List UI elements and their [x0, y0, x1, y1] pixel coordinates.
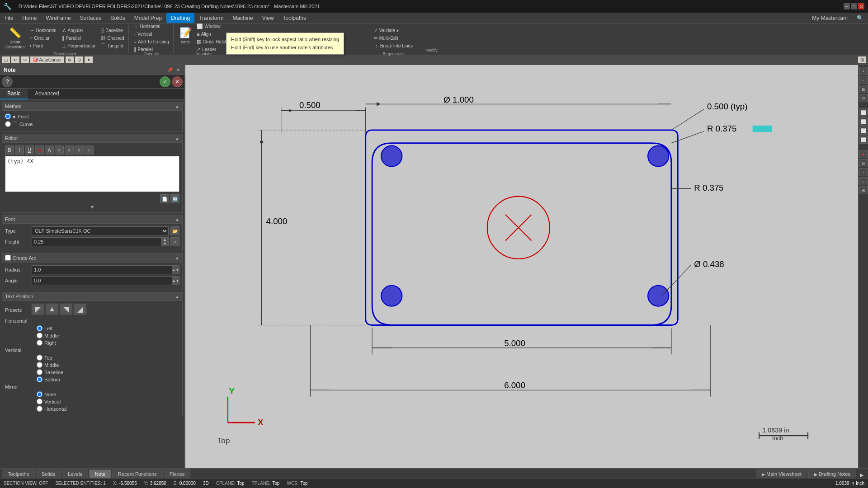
minimize-button[interactable]: ─ [844, 3, 850, 9]
horizontal-dim-btn[interactable]: ↔ Horizontal [28, 27, 59, 34]
point-radio[interactable] [5, 113, 11, 119]
panel-pin[interactable]: 📌 [166, 67, 174, 72]
font-height-arrows[interactable]: ▲▼ [161, 237, 169, 246]
view-controls[interactable]: ⊞ [858, 56, 866, 63]
chained-dim-btn[interactable]: ⛓ Chained [99, 34, 126, 42]
v-top-radio[interactable] [37, 355, 42, 361]
window-btn[interactable]: ⬜ Window [194, 23, 230, 30]
point-dim-btn[interactable]: • Point [28, 42, 59, 49]
cross-hatch-btn[interactable]: ▦ Cross Hatch [194, 38, 230, 46]
menu-transform[interactable]: Transform [194, 13, 228, 23]
angle-input[interactable] [32, 276, 172, 285]
bold-btn[interactable]: B [5, 145, 14, 155]
angular-dim-btn[interactable]: ∠ Angular [60, 27, 98, 34]
font-height-input[interactable] [32, 237, 161, 246]
menu-search[interactable]: 🔍 [852, 13, 868, 23]
tab-main-viewsheet[interactable]: ▶Main Viewsheet [756, 469, 807, 478]
tab-planes[interactable]: Planes [164, 469, 191, 478]
window-controls[interactable]: ─ □ ✕ [844, 3, 864, 9]
multi-edit-btn[interactable]: ✏ Multi-Edit [372, 34, 415, 42]
view2-btn[interactable]: ⬜ [859, 117, 868, 126]
expand-editor-btn[interactable]: ▼ [90, 204, 95, 210]
menu-machine[interactable]: Machine [228, 13, 257, 23]
snap-btn3[interactable]: ✦ [85, 56, 93, 63]
font-color-btn[interactable]: A [35, 145, 44, 155]
maximize-button[interactable]: □ [851, 3, 857, 9]
menu-file[interactable]: File [0, 13, 18, 23]
right-misc3[interactable]: ⋮ [859, 168, 868, 176]
tangent-dim-btn[interactable]: ⌒ Tangent [99, 42, 126, 49]
font-type-select[interactable]: OLF SimpleSansCJK OC [32, 226, 169, 235]
menu-solids[interactable]: Solids [106, 13, 130, 23]
curve-radio[interactable] [5, 121, 11, 127]
secondary-btn-3[interactable]: ↪ [21, 56, 29, 63]
preset-br[interactable]: ◢ [74, 304, 86, 314]
perpendicular-dim-btn[interactable]: ⊥ Perpendicular [60, 42, 98, 49]
circular-dim-btn[interactable]: ○ Circular [28, 34, 59, 42]
view1-btn[interactable]: ⬜ [859, 108, 868, 117]
right-misc2[interactable]: ⊡ [859, 159, 868, 167]
snap-btn2[interactable]: ⊙ [75, 56, 83, 63]
v-bottom-radio[interactable] [37, 376, 42, 382]
panel-close[interactable]: ✕ [175, 67, 181, 72]
h-middle-radio[interactable] [37, 333, 42, 338]
validate-btn[interactable]: ✓ Validate ▾ [372, 27, 415, 34]
symbol-btn[interactable]: ○ [85, 145, 94, 155]
menu-view[interactable]: View [258, 13, 278, 23]
text-edit-btn1[interactable]: 📄 [160, 194, 169, 203]
font-size-btn[interactable]: A [45, 145, 54, 155]
break-lines-btn[interactable]: ⋮ Break Into Lines [372, 42, 415, 49]
secondary-btn-1[interactable]: ◻ [2, 56, 10, 63]
secondary-btn-2[interactable]: ↩ [11, 56, 19, 63]
tab-advanced[interactable]: Advanced [28, 89, 66, 99]
smart-dimension-btn[interactable]: 📏 SmartDimension [4, 26, 27, 50]
help-button[interactable]: ? [2, 76, 13, 87]
rotate-btn[interactable]: ↻ [859, 94, 868, 102]
m-none-radio[interactable] [37, 391, 42, 397]
m-horizontal-radio[interactable] [37, 406, 42, 412]
v-middle-radio[interactable] [37, 362, 42, 368]
note-text-editor[interactable]: (typ) 4X [5, 156, 179, 192]
snap-btn[interactable]: ⊕ [66, 56, 74, 63]
add-to-existing-btn[interactable]: + Add To Existing [132, 38, 171, 46]
tab-solids[interactable]: Solids [36, 469, 61, 478]
autocursor-toggle[interactable]: 🎯 AutoCursor [30, 56, 64, 63]
menu-model-prep[interactable]: Model Prep [130, 13, 166, 23]
baseline-dim-btn[interactable]: ⌸ Baseline [99, 27, 126, 34]
v-baseline-radio[interactable] [37, 369, 42, 375]
tab-note[interactable]: Note [89, 469, 111, 478]
editor-header[interactable]: Editor ▲ [2, 134, 183, 143]
view4-btn[interactable]: ⬜ [859, 136, 868, 144]
create-arc-header[interactable]: Create Arc ▲ [2, 253, 183, 263]
right-misc5[interactable]: ⊗ [859, 186, 868, 194]
font-header[interactable]: Font ▲ [2, 215, 183, 224]
text-position-header[interactable]: Text Position ▲ [2, 292, 183, 301]
align-center-btn[interactable]: ≡ [65, 145, 74, 155]
zoom-in-btn[interactable]: + [859, 67, 868, 75]
tab-recent[interactable]: Recent Functions [112, 469, 163, 478]
fit-btn[interactable]: ⊞ [859, 85, 868, 93]
h-left-radio[interactable] [37, 325, 42, 331]
font-browse-btn[interactable]: 📂 [170, 226, 179, 235]
italic-btn[interactable]: I [15, 145, 24, 155]
preset-tc[interactable]: ▲ [46, 304, 58, 314]
align-btn[interactable]: ≡ Align [194, 31, 230, 38]
tab-drafting-notes[interactable]: ▶Drafting Notes [808, 469, 856, 478]
parallel-dim-btn[interactable]: ∥ Parallel [60, 34, 98, 42]
menu-wireframe[interactable]: Wireframe [41, 13, 75, 23]
h-right-radio[interactable] [37, 340, 42, 346]
m-vertical-radio[interactable] [37, 399, 42, 404]
menu-surfaces[interactable]: Surfaces [75, 13, 106, 23]
cancel-button[interactable]: ✕ [172, 76, 183, 87]
menu-home[interactable]: Home [18, 13, 41, 23]
tab-levels[interactable]: Levels [62, 469, 88, 478]
preset-tl[interactable]: ◤ [32, 304, 44, 314]
tab-toolpaths[interactable]: Toolpaths [2, 469, 35, 478]
underline-btn[interactable]: U [25, 145, 34, 155]
close-button[interactable]: ✕ [858, 3, 864, 9]
align-left-btn[interactable]: ≡ [55, 145, 64, 155]
menu-drafting[interactable]: Drafting [166, 13, 194, 23]
preset-tr[interactable]: ◥ [60, 304, 72, 314]
view3-btn[interactable]: ⬜ [859, 127, 868, 135]
vertical-ord-btn[interactable]: ↕ Vertical [132, 31, 171, 38]
